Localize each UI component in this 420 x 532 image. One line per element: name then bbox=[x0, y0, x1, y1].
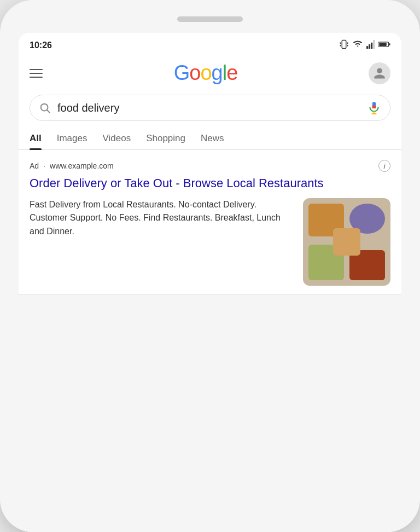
microphone-icon bbox=[367, 101, 381, 115]
svg-rect-6 bbox=[369, 44, 370, 49]
svg-rect-15 bbox=[372, 106, 376, 108]
food-item-center bbox=[333, 228, 360, 256]
wifi-icon bbox=[352, 41, 363, 50]
person-icon bbox=[373, 67, 386, 80]
svg-line-13 bbox=[47, 110, 50, 113]
tab-all[interactable]: All bbox=[30, 126, 42, 149]
svg-point-12 bbox=[41, 104, 48, 111]
mic-button[interactable] bbox=[367, 101, 381, 115]
tab-images[interactable]: Images bbox=[57, 126, 88, 149]
ad-title[interactable]: Order Delivery or Take Out - Browse Loca… bbox=[30, 175, 390, 192]
svg-rect-8 bbox=[373, 40, 375, 49]
speaker-bar bbox=[177, 16, 243, 22]
header-bar: G o o g l e bbox=[19, 56, 401, 90]
tabs-bar: All Images Videos Shopping News bbox=[19, 126, 401, 150]
ad-info-button[interactable]: i bbox=[378, 160, 390, 172]
tab-news[interactable]: News bbox=[201, 126, 224, 149]
ad-image bbox=[303, 198, 390, 286]
ad-dot: · bbox=[43, 161, 45, 170]
svg-rect-1 bbox=[340, 42, 341, 44]
hamburger-menu-button[interactable] bbox=[30, 69, 43, 78]
svg-rect-4 bbox=[347, 45, 348, 47]
search-query[interactable]: food delivery bbox=[57, 102, 360, 114]
search-bar-container: food delivery bbox=[19, 90, 401, 126]
hamburger-line-2 bbox=[30, 73, 43, 74]
phone-frame: 10:26 bbox=[0, 0, 420, 532]
food-image-simulation bbox=[303, 198, 390, 286]
ad-content-row: Fast Delivery from Local Restaurants. No… bbox=[30, 198, 390, 286]
ad-label: Ad bbox=[30, 161, 39, 170]
hamburger-line-3 bbox=[30, 77, 43, 78]
svg-rect-2 bbox=[347, 42, 348, 44]
phone-screen: 10:26 bbox=[19, 33, 401, 532]
logo-g1: G bbox=[174, 61, 190, 85]
user-avatar-button[interactable] bbox=[369, 62, 390, 84]
logo-o1: o bbox=[189, 61, 200, 85]
time-display: 10:26 bbox=[30, 41, 52, 50]
ad-card: Ad · www.example.com i Order Delivery or… bbox=[19, 150, 401, 295]
search-icon bbox=[39, 102, 51, 114]
ad-meta: Ad · www.example.com i bbox=[30, 160, 390, 172]
ad-url[interactable]: www.example.com bbox=[50, 161, 114, 170]
svg-rect-0 bbox=[342, 41, 346, 49]
tab-shopping[interactable]: Shopping bbox=[146, 126, 185, 149]
svg-rect-11 bbox=[389, 43, 390, 45]
search-bar[interactable]: food delivery bbox=[30, 95, 390, 121]
vibrate-icon bbox=[339, 39, 349, 51]
svg-rect-3 bbox=[340, 45, 341, 47]
status-icons bbox=[339, 39, 390, 51]
tab-videos[interactable]: Videos bbox=[102, 126, 131, 149]
google-logo: G o o g l e bbox=[174, 61, 238, 85]
results-area: Ad · www.example.com i Order Delivery or… bbox=[19, 150, 401, 532]
status-bar: 10:26 bbox=[19, 33, 401, 56]
logo-l: l bbox=[223, 61, 226, 85]
ad-label-row: Ad · www.example.com bbox=[30, 161, 114, 170]
logo-e: e bbox=[226, 61, 237, 85]
hamburger-line-1 bbox=[30, 69, 43, 70]
svg-rect-7 bbox=[371, 43, 372, 49]
signal-icon bbox=[366, 40, 375, 51]
svg-rect-5 bbox=[366, 46, 368, 49]
logo-g2: g bbox=[212, 61, 223, 85]
ad-description: Fast Delivery from Local Restaurants. No… bbox=[30, 198, 294, 239]
battery-icon bbox=[378, 41, 390, 50]
svg-rect-10 bbox=[379, 43, 387, 46]
logo-o2: o bbox=[200, 61, 211, 85]
